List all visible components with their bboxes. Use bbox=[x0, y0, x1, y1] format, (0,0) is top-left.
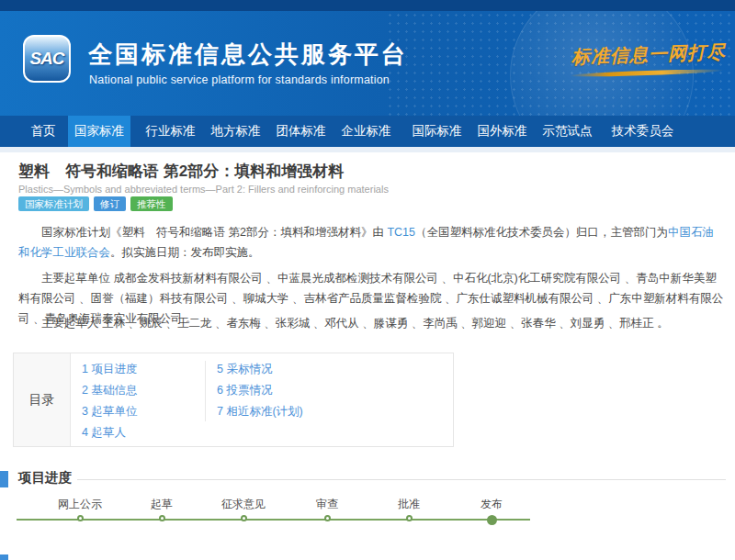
main-nav: 首页 国家标准 行业标准 地方标准 团体标准 企业标准 国际标准 国外标准 示范… bbox=[0, 116, 735, 147]
top-strip bbox=[0, 0, 735, 11]
nav-item-technical-committee[interactable]: 技术委员会 bbox=[600, 116, 685, 147]
sac-logo[interactable]: SAC bbox=[23, 35, 71, 83]
tc15-link[interactable]: TC15 bbox=[387, 226, 415, 239]
timeline-dot-hollow bbox=[159, 515, 165, 521]
section-marker bbox=[0, 471, 8, 487]
toc-column-1: 1 项目进度 2 基础信息 3 起草单位 4 起草人 bbox=[82, 359, 137, 443]
timeline-dot-hollow bbox=[77, 515, 84, 521]
nav-item-group-standards[interactable]: 团体标准 bbox=[268, 116, 334, 147]
toc-item-drafters: 4 起草人 bbox=[82, 422, 137, 443]
toc-item-basic-info: 2 基础信息 bbox=[82, 380, 137, 401]
section-title-project-progress: 项目进度 bbox=[18, 469, 72, 487]
badge-revision: 修订 bbox=[94, 196, 126, 211]
nav-item-international-standards[interactable]: 国际标准 bbox=[404, 116, 469, 147]
nav-item-demonstration-pilot[interactable]: 示范试点 bbox=[535, 116, 600, 147]
toc-column-2: 5 采标情况 6 投票情况 7 相近标准(计划) bbox=[217, 359, 303, 422]
timeline-dot-hollow bbox=[241, 515, 247, 521]
timeline-step-review: 审查 bbox=[286, 496, 368, 521]
badge-recommended: 推荐性 bbox=[130, 196, 173, 211]
progress-timeline: 网上公示 起草 征求意见 审查 批准 发布 bbox=[0, 496, 735, 542]
toc-column-divider bbox=[205, 361, 206, 421]
timeline-step-drafting: 起草 bbox=[120, 496, 203, 521]
drafters-label: 主要起草人 bbox=[41, 317, 99, 330]
toc-item-adoption-status: 5 采标情况 bbox=[217, 359, 303, 380]
timeline-dot-hollow bbox=[406, 515, 413, 521]
site-title: 全国标准信息公共服务平台 bbox=[88, 39, 408, 71]
intro-suffix: 。拟实施日期：发布即实施。 bbox=[110, 246, 260, 259]
timeline-step-publication: 发布 bbox=[450, 496, 533, 525]
nav-item-national-standards[interactable]: 国家标准 bbox=[68, 116, 130, 147]
section-rule bbox=[77, 479, 726, 480]
page: SAC 全国标准信息公共服务平台 National public service… bbox=[0, 0, 735, 560]
timeline-step-approval: 批准 bbox=[368, 496, 450, 521]
nav-bottom-band bbox=[0, 147, 735, 152]
toc-box: 目录 1 项目进度 2 基础信息 3 起草单位 4 起草人 5 采标情况 6 投… bbox=[13, 353, 454, 447]
drafting-units-label: 主要起草单位 bbox=[41, 272, 110, 285]
intro-mid: （全国塑料标准化技术委员会）归口，主管部门为 bbox=[415, 226, 668, 239]
toc-item-voting-status: 6 投票情况 bbox=[217, 380, 303, 401]
drafters-paragraph: 主要起草人 王林 、姚辰 、王二龙 、者东梅 、张彩城 、邓代从 、滕谋勇 、李… bbox=[18, 313, 724, 333]
standard-title-cn: 塑料 符号和缩略语 第2部分：填料和增强材料 bbox=[18, 161, 344, 182]
nav-item-local-standards[interactable]: 地方标准 bbox=[203, 116, 268, 147]
toc-item-drafting-units: 3 起草单位 bbox=[82, 401, 137, 422]
drafters-text: 王林 、姚辰 、王二龙 、者东梅 、张彩城 、邓代从 、滕谋勇 、李尚禹 、郭迎… bbox=[99, 317, 669, 330]
intro-prefix: 国家标准计划《塑料 符号和缩略语 第2部分：填料和增强材料》由 bbox=[41, 226, 387, 239]
timeline-step-soliciting-opinions: 征求意见 bbox=[202, 496, 285, 521]
site-subtitle: National public service platform for sta… bbox=[89, 73, 390, 86]
nav-item-industry-standards[interactable]: 行业标准 bbox=[138, 116, 203, 147]
toc-item-similar-standards: 7 相近标准(计划) bbox=[217, 401, 303, 422]
toc-item-project-progress: 1 项目进度 bbox=[82, 359, 137, 380]
timeline-step-online-publicity: 网上公示 bbox=[39, 496, 121, 521]
sac-logo-text: SAC bbox=[29, 49, 63, 69]
timeline-dot-hollow bbox=[324, 515, 331, 521]
timeline-dot-filled bbox=[487, 515, 497, 525]
badge-row: 国家标准计划 修订 推荐性 bbox=[18, 196, 173, 211]
nav-item-enterprise-standards[interactable]: 企业标准 bbox=[334, 116, 399, 147]
toc-label: 目录 bbox=[14, 353, 71, 446]
badge-national-plan: 国家标准计划 bbox=[18, 196, 89, 211]
standard-title-en: Plastics—Symbols and abbreviated terms—P… bbox=[18, 184, 389, 195]
nav-item-home[interactable]: 首页 bbox=[18, 116, 68, 147]
next-section-marker bbox=[0, 554, 8, 560]
intro-paragraph: 国家标准计划《塑料 符号和缩略语 第2部分：填料和增强材料》由 TC15（全国塑… bbox=[18, 222, 724, 263]
nav-item-foreign-standards[interactable]: 国外标准 bbox=[469, 116, 535, 147]
